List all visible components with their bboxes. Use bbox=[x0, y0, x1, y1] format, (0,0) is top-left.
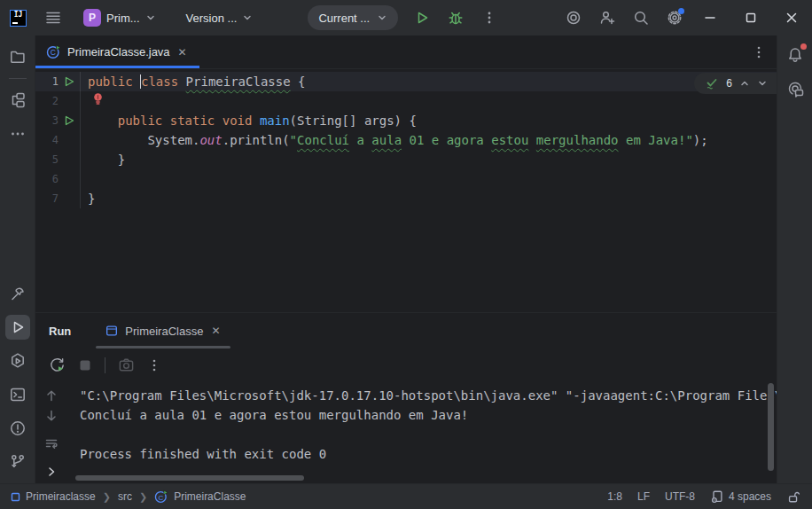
editor-tab-label: PrimeiraClasse.java bbox=[67, 45, 170, 59]
error-bulb-icon[interactable] bbox=[92, 92, 104, 106]
soft-wrap-icon[interactable] bbox=[44, 436, 59, 450]
cursor-position-widget[interactable]: 1:8 bbox=[607, 490, 622, 503]
code-text bbox=[80, 91, 777, 111]
settings-button[interactable] bbox=[665, 8, 684, 27]
code-line[interactable]: 6 bbox=[35, 169, 777, 189]
stripe-divider bbox=[9, 78, 27, 79]
up-stack-icon[interactable] bbox=[44, 388, 59, 403]
line-number: 2 bbox=[35, 91, 59, 111]
down-stack-icon[interactable] bbox=[44, 409, 59, 423]
project-icon: P bbox=[83, 9, 101, 27]
editor-tab-bar: C PrimeiraClasse.java ✕ bbox=[35, 35, 777, 69]
inspections-widget[interactable]: 6 bbox=[694, 73, 777, 94]
indent-widget[interactable]: 4 spaces bbox=[710, 489, 771, 504]
line-number: 6 bbox=[35, 169, 59, 189]
ai-assistant-button[interactable] bbox=[783, 76, 808, 101]
java-class-icon: C bbox=[46, 44, 61, 59]
structure-tool-button[interactable] bbox=[5, 88, 30, 113]
run-button[interactable] bbox=[412, 8, 432, 27]
inspections-ok-icon bbox=[705, 76, 719, 90]
module-icon bbox=[11, 492, 20, 502]
console-horizontal-scrollbar[interactable] bbox=[75, 475, 304, 481]
next-problem-icon[interactable] bbox=[757, 78, 768, 89]
rerun-button[interactable] bbox=[49, 356, 66, 373]
encoding-widget[interactable]: UTF-8 bbox=[665, 490, 695, 503]
thread-dump-camera-icon[interactable] bbox=[118, 356, 135, 373]
breadcrumb-src[interactable]: src bbox=[118, 490, 132, 503]
run-panel-title: Run bbox=[49, 325, 71, 338]
intellij-logo-icon: IJ bbox=[10, 10, 27, 27]
line-number: 1 bbox=[35, 72, 59, 91]
code-text: } bbox=[80, 150, 777, 169]
code-line[interactable]: 7} bbox=[35, 189, 777, 208]
left-tool-stripe bbox=[0, 35, 35, 483]
code-line[interactable]: 4 System.out.println("Concluí a aula 01 … bbox=[35, 130, 777, 150]
vcs-widget[interactable]: Version ... bbox=[186, 12, 254, 25]
run-line-icon[interactable] bbox=[64, 76, 74, 87]
code-text: public class PrimeiraClasse { bbox=[80, 72, 777, 91]
console-line: Process finished with exit code 0 bbox=[80, 444, 764, 464]
maximize-button[interactable] bbox=[730, 0, 771, 35]
code-line[interactable]: 3 public static void main(String[] args)… bbox=[35, 111, 777, 130]
code-with-me-button[interactable] bbox=[597, 8, 617, 27]
chevron-down-icon bbox=[242, 12, 253, 23]
services-tool-button[interactable] bbox=[5, 348, 30, 373]
ide-window: IJ P Prim... Version ... Current ... bbox=[0, 0, 812, 509]
editor-tab-primeiraclasse[interactable]: C PrimeiraClasse.java ✕ bbox=[35, 35, 199, 68]
code-line[interactable]: 2 bbox=[35, 91, 777, 111]
terminal-tool-button[interactable] bbox=[5, 382, 30, 407]
line-number: 4 bbox=[35, 130, 59, 150]
ai-mention-icon[interactable] bbox=[564, 8, 583, 27]
java-class-icon: C bbox=[154, 489, 168, 504]
build-tool-button[interactable] bbox=[5, 281, 30, 306]
project-widget[interactable]: P Prim... bbox=[83, 9, 156, 27]
more-actions-button[interactable] bbox=[480, 8, 499, 27]
stop-button[interactable] bbox=[78, 358, 92, 372]
console-output[interactable]: "C:\Program Files\Microsoft\jdk-17.0.17.… bbox=[67, 381, 777, 483]
search-everywhere-button[interactable] bbox=[631, 8, 651, 27]
git-tool-button[interactable] bbox=[5, 450, 30, 474]
run-tab-primeiraclasse[interactable]: PrimeiraClasse ✕ bbox=[96, 313, 230, 348]
debug-button[interactable] bbox=[446, 8, 465, 27]
close-run-tab-icon[interactable]: ✕ bbox=[209, 324, 222, 338]
code-editor[interactable]: 1public class PrimeiraClasse {23 public … bbox=[35, 69, 777, 312]
gutter-icons bbox=[59, 169, 80, 189]
run-tab-label: PrimeiraClasse bbox=[125, 325, 203, 338]
right-tool-stripe bbox=[777, 35, 812, 483]
svg-text:C: C bbox=[51, 48, 56, 57]
expand-console-icon[interactable] bbox=[45, 466, 58, 478]
notifications-button[interactable] bbox=[783, 43, 808, 67]
run-tool-button[interactable] bbox=[5, 315, 30, 340]
chevron-down-icon bbox=[377, 12, 387, 23]
indent-settings-icon bbox=[710, 489, 724, 504]
prev-problem-icon[interactable] bbox=[739, 78, 750, 89]
breadcrumb: Primeiraclasse ❯ src ❯ C PrimeiraClasse bbox=[11, 489, 246, 504]
minimize-button[interactable] bbox=[690, 0, 730, 35]
title-bar: IJ P Prim... Version ... Current ... bbox=[0, 0, 812, 35]
close-tab-icon[interactable]: ✕ bbox=[176, 45, 189, 59]
more-tool-windows-button[interactable] bbox=[5, 121, 30, 146]
run-configuration-selector[interactable]: Current ... bbox=[308, 5, 398, 30]
code-line[interactable]: 1public class PrimeiraClasse { bbox=[35, 72, 777, 91]
chevron-down-icon bbox=[145, 12, 156, 23]
project-tool-button[interactable] bbox=[5, 44, 30, 69]
gutter-icons bbox=[59, 91, 80, 111]
console-vertical-scrollbar[interactable] bbox=[768, 383, 774, 471]
breadcrumb-module[interactable]: Primeiraclasse bbox=[11, 490, 96, 503]
code-line[interactable]: 5 } bbox=[35, 150, 777, 169]
code-text: } bbox=[80, 189, 777, 208]
readonly-toggle[interactable] bbox=[786, 489, 800, 504]
toolbar-divider bbox=[105, 357, 105, 373]
main-menu-button[interactable] bbox=[44, 9, 62, 27]
console-gutter bbox=[35, 381, 67, 483]
run-line-icon[interactable] bbox=[64, 115, 74, 126]
breadcrumb-separator: ❯ bbox=[139, 491, 147, 503]
tab-options-button[interactable] bbox=[752, 35, 777, 68]
console-line: "C:\Program Files\Microsoft\jdk-17.0.17.… bbox=[80, 386, 764, 405]
status-bar: Primeiraclasse ❯ src ❯ C PrimeiraClasse … bbox=[0, 483, 812, 509]
breadcrumb-class[interactable]: C PrimeiraClasse bbox=[154, 489, 246, 504]
problems-tool-button[interactable] bbox=[5, 416, 30, 441]
close-button[interactable] bbox=[771, 0, 812, 35]
console-more-button[interactable] bbox=[147, 358, 161, 372]
line-separator-widget[interactable]: LF bbox=[637, 490, 650, 503]
